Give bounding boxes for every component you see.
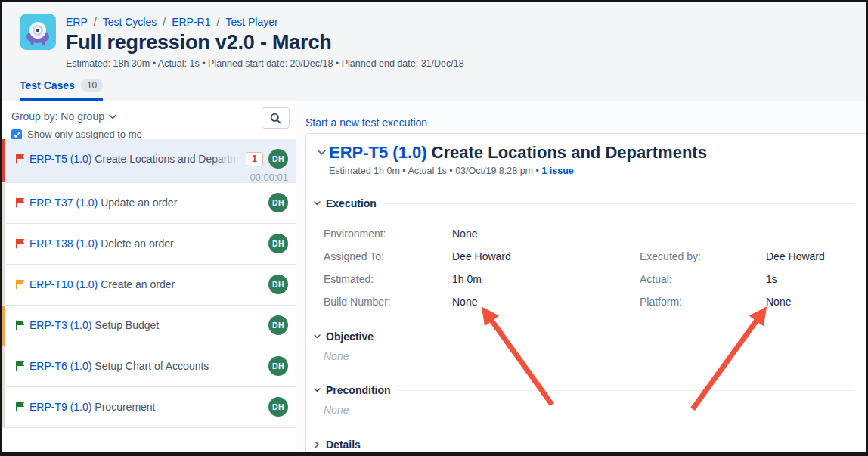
section-details-title: Details — [326, 439, 361, 451]
test-case-label: ERP-T37 (1.0) Update an order — [29, 197, 263, 209]
breadcrumb-link[interactable]: ERP-R1 — [172, 16, 210, 28]
field-value: Dee Howard — [452, 250, 640, 262]
breadcrumb-separator: / — [217, 16, 220, 28]
chevron-down-icon[interactable] — [314, 201, 321, 206]
field-value: None — [452, 296, 640, 308]
page-title: Full regression v2.0 - March — [66, 31, 464, 54]
status-strip — [2, 139, 5, 182]
section-objective-title: Objective — [326, 330, 374, 343]
assignee-avatar[interactable]: DH — [268, 397, 288, 417]
test-case-row[interactable]: ERP-T10 (1.0) Create an orderDH — [2, 265, 296, 306]
test-case-key[interactable]: ERP-T10 (1.0) — [29, 278, 98, 290]
execution-field-row: Build Number:NonePlatform:None — [324, 290, 854, 313]
test-cases-count-badge: 10 — [81, 79, 103, 92]
status-strip — [2, 183, 5, 223]
field-label: Executed by: — [640, 250, 766, 262]
execution-fields: Environment:NoneAssigned To:Dee HowardEx… — [324, 222, 854, 313]
page-header: ERP/Test Cycles/ERP-R1/Test Player Full … — [2, 2, 866, 101]
test-case-label: ERP-T6 (1.0) Setup Chart of Accounts — [29, 360, 263, 372]
breadcrumb-separator: / — [163, 16, 166, 28]
assignee-avatar[interactable]: DH — [268, 234, 288, 253]
assignee-avatar[interactable]: DH — [268, 193, 288, 212]
checkbox-checked-icon[interactable] — [11, 129, 22, 140]
chevron-down-icon — [109, 114, 116, 119]
test-case-key[interactable]: ERP-T6 (1.0) — [29, 360, 91, 372]
breadcrumb-link[interactable]: ERP — [66, 16, 88, 28]
assignee-avatar[interactable]: DH — [268, 356, 288, 376]
priority-flag-icon — [15, 238, 25, 249]
test-case-row[interactable]: ERP-T37 (1.0) Update an orderDH — [2, 183, 296, 224]
group-by-dropdown[interactable]: Group by: No group — [11, 110, 142, 123]
chevron-down-icon[interactable] — [314, 334, 321, 339]
priority-flag-icon — [15, 197, 25, 208]
tab-bar: Test Cases 10 — [2, 79, 866, 101]
section-precondition: Precondition None — [314, 384, 854, 416]
priority-flag-icon — [15, 320, 25, 330]
test-case-list: ERP-T5 (1.0) Create Locations and Depart… — [2, 139, 296, 452]
assignee-avatar[interactable]: DH — [268, 275, 288, 294]
chevron-down-icon[interactable] — [314, 388, 321, 392]
assigned-to-me-filter[interactable]: Show only assigned to me — [11, 129, 142, 140]
test-case-row[interactable]: ERP-T9 (1.0) ProcurementDH — [2, 387, 296, 428]
breadcrumb-separator: / — [94, 16, 97, 28]
test-case-sidebar: Group by: No group Show only assigned to… — [2, 101, 296, 452]
status-strip — [2, 265, 5, 305]
priority-flag-icon — [15, 279, 25, 290]
test-case-key[interactable]: ERP-T37 (1.0) — [29, 197, 98, 209]
cycle-meta: Estimated: 18h 30m • Actual: 1s • Planne… — [66, 58, 464, 69]
test-case-row[interactable]: ERP-T6 (1.0) Setup Chart of AccountsDH — [2, 346, 296, 387]
test-title: Create Locations and Departments — [432, 143, 707, 162]
assignee-avatar[interactable]: DH — [268, 315, 288, 335]
search-button[interactable] — [262, 107, 290, 129]
field-label: Build Number: — [324, 296, 452, 308]
section-objective: Objective None — [314, 330, 854, 362]
execution-timer: 00:00:01 — [15, 172, 288, 183]
test-case-row[interactable]: ERP-T5 (1.0) Create Locations and Depart… — [2, 139, 296, 183]
section-execution: Execution Environment:NoneAssigned To:De… — [314, 197, 854, 313]
search-icon — [270, 113, 281, 124]
collapse-test-chevron-icon[interactable] — [314, 143, 329, 176]
breadcrumb-link[interactable]: Test Player — [225, 16, 277, 28]
execution-field-row: Assigned To:Dee HowardExecuted by:Dee Ho… — [324, 245, 854, 268]
section-details: Details — [314, 439, 854, 451]
field-label: Assigned To: — [324, 250, 452, 262]
app-window: ERP/Test Cycles/ERP-R1/Test Player Full … — [0, 0, 868, 456]
defect-count-badge: 1 — [246, 152, 263, 166]
test-case-key[interactable]: ERP-T38 (1.0) — [29, 237, 98, 250]
test-case-key[interactable]: ERP-T5 (1.0) — [29, 153, 91, 165]
test-case-row[interactable]: ERP-T3 (1.0) Setup BudgetDH — [2, 306, 296, 346]
test-case-row[interactable]: ERP-T38 (1.0) Delete an orderDH — [2, 224, 296, 265]
test-meta: Estimated 1h 0m • Actual 1s • 03/Oct/19 … — [329, 166, 707, 176]
test-heading: ERP-T5 (1.0)Create Locations and Departm… — [329, 143, 707, 163]
field-value: Dee Howard — [766, 250, 854, 262]
field-label: Actual: — [640, 273, 766, 285]
chevron-right-icon[interactable] — [314, 442, 321, 447]
breadcrumb-link[interactable]: Test Cycles — [103, 16, 157, 28]
breadcrumb: ERP/Test Cycles/ERP-R1/Test Player — [66, 16, 464, 29]
priority-flag-icon — [15, 402, 25, 412]
status-strip — [2, 224, 5, 264]
assignee-avatar[interactable]: DH — [268, 149, 288, 169]
tab-test-cases-label: Test Cases — [20, 79, 75, 92]
test-key-link[interactable]: ERP-T5 (1.0) — [329, 143, 427, 162]
status-strip — [2, 306, 5, 346]
field-value: None — [766, 296, 854, 308]
priority-flag-icon — [15, 361, 25, 371]
issue-link[interactable]: 1 issue — [541, 166, 573, 176]
test-execution-card: ERP-T5 (1.0)Create Locations and Departm… — [305, 133, 868, 455]
tab-test-cases[interactable]: Test Cases 10 — [20, 79, 103, 101]
start-execution-link[interactable]: Start a new test execution — [305, 116, 866, 129]
execution-field-row: Estimated:1h 0mActual:1s — [324, 268, 854, 290]
execution-field-row: Environment:None — [324, 222, 854, 245]
objective-value: None — [324, 350, 854, 362]
status-strip — [2, 387, 5, 427]
field-value: 1s — [766, 273, 854, 285]
test-case-label: ERP-T5 (1.0) Create Locations and Depart… — [29, 153, 240, 165]
test-case-key[interactable]: ERP-T9 (1.0) — [29, 401, 91, 413]
execution-panel: Start a new test execution ERP-T5 (1.0)C… — [296, 101, 866, 452]
test-case-key[interactable]: ERP-T3 (1.0) — [29, 319, 91, 331]
test-player-logo-icon — [20, 14, 56, 69]
field-value: 1h 0m — [452, 273, 640, 285]
field-label: Platform: — [640, 296, 766, 308]
assigned-filter-label: Show only assigned to me — [27, 129, 142, 140]
